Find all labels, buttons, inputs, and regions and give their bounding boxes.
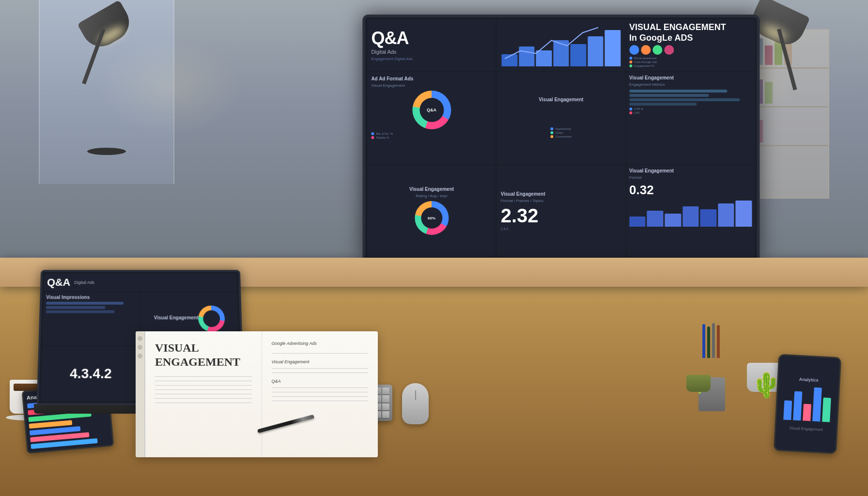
phone-bar-2 [793,391,802,420]
scene: Q&A Digital Ads Engagement Digital Ads [0,0,868,496]
notebook-lines [155,376,252,403]
key-24[interactable] [382,395,390,402]
big-number-title: Visual Engagement [501,191,621,197]
phone-legend: Visual Engagement [790,426,823,432]
pencil-brown [717,325,720,358]
phone-chart-bars [781,383,834,424]
notebook-line-5 [155,394,252,394]
notebook-right-lines: Visual Engagement Q&A [272,353,369,401]
screen-panel-qa: Q&A Digital Ads Engagement Digital Ads [367,19,496,71]
ad-donut-chart: Q&A [412,91,451,129]
screen-panel-ad-format: Ad Ad Format Ads Visual Engagement Q&A B… [367,72,496,164]
qa-subtitle: Digital Ads [371,49,492,55]
notebook-hole-1 [138,336,142,341]
notebook-line-4 [155,389,252,390]
screen-panel-visual-eng-title: VISUAL ENGAGEMENTIn GoogLe ADS Brand awa… [626,19,755,71]
pencil-gray [712,323,715,358]
mouse[interactable] [402,383,429,424]
phone-bar-3 [803,403,811,421]
screen-panel-chart [497,19,625,71]
vis-eng-list2-title: Visual Engagement [629,75,752,80]
ad-format-title: Ad Ad Format Ads [371,76,492,81]
notebook-title: VISUALENGAGEMENT [155,341,252,369]
notebook-rline-3 [272,372,369,373]
laptop-cell-title-1: Visual Impressions [46,294,138,300]
notebook-rline-1 [272,353,369,354]
notebook-line-3 [155,385,252,386]
bot-chart-number: 0.32 [629,183,654,198]
notebook-line-7 [155,403,252,403]
laptop-panel-1: Visual Impressions [42,293,140,345]
big-number-sub: 2 A 2 [501,227,621,231]
laptop-qa-subtitle: Digital Ads [74,280,94,285]
laptop-panel-3: 4.3.4.2 [41,346,140,401]
phone-bar-4 [812,387,822,421]
key-12[interactable] [382,388,390,394]
notebook-line-1 [155,376,252,377]
bot-chart-title: Visual Engagement [629,168,752,173]
notebook-rline-4 [272,388,369,388]
visual-engagement-title: VISUAL ENGAGEMENTIn GoogLe ADS [629,22,752,43]
phone-bar-1 [783,400,792,420]
vis-eng-lines2 [629,90,752,106]
vis-eng-bullets2: CTR % CPC [629,108,752,114]
bot-chart-subtitle: Format [629,175,752,180]
monitor: Q&A Digital Ads Engagement Digital Ads [362,15,760,286]
visual-icons [629,45,752,55]
icon-green [652,45,662,55]
screen-panel-vis-eng-list2: Visual Engagement Engagement Metrics CTR… [626,72,755,164]
icon-blue [629,45,639,55]
phone-device: Analytics Visual Engagement [774,354,841,454]
icon-orange [641,45,651,55]
key-48[interactable] [382,411,390,418]
laptop-donut-inner [203,310,220,327]
vis-eng-list-title: Visual Engagement [539,97,583,102]
screen-panel-vis-eng-list: Visual Engagement Impressions Clicks Con… [497,72,625,164]
donut-inner-text: Q&A [419,98,444,122]
ad-donut-wrap: Q&A [371,91,492,129]
bot-chart-content: 0.32 [629,183,752,198]
notebook-left-page: VISUALENGAGEMENT [145,331,262,457]
notebook: VISUALENGAGEMENT Google Advertising Ads … [136,331,378,457]
pencil-dark [707,326,710,358]
notebook-rline-2 [272,368,369,369]
bot-chart-bars [629,198,752,227]
laptop-big-number: 4.3.4.2 [70,366,112,382]
laptop-qa-title: Q&A [47,277,71,289]
notebook-handwriting-2: Visual Engagement [272,359,369,364]
key-36[interactable] [382,403,390,410]
notebook-rline-6 [272,396,369,397]
bot-donut-subtitle: Rating / Avg / Impr [416,194,448,198]
lamp-left-base [87,148,126,155]
phone-content: Analytics Visual Engagement [775,356,840,452]
monitor-screen: Q&A Digital Ads Engagement Digital Ads [362,15,760,262]
laptop-top-banner: Q&A Digital Ads [44,274,237,292]
qa-tagline: Engagement Digital Ads [371,57,492,61]
icon-labels: Brand awareness Click-through rate Engag… [629,57,752,67]
plant-pot-small [686,375,711,392]
laptop-lines-1 [46,302,138,313]
pencil-blue [702,324,705,358]
phone-bar-5 [822,397,831,422]
big-number-value: 2.32 [501,206,621,225]
ad-format-legend: Bal. & Fin. % Display % [371,132,492,139]
laptop-donut [198,306,225,332]
bot-donut-title: Visual Engagement [409,186,454,192]
laptop-cell-title-2: Visual Engagement [154,315,199,320]
ad-format-subtitle: Visual Engagement [371,83,492,88]
qa-title: Q&A [371,30,492,47]
icon-pink [664,45,674,55]
screen-panel-bot-donut: Visual Engagement Rating / Avg / Impr 60… [367,165,496,257]
notebook-right-page: Google Advertising Ads Visual Engagement… [262,331,378,457]
notebook-hole-3 [138,354,142,358]
plant-small: 🌱 [684,375,713,409]
screen-panel-big-number: Visual Engagement Format / Frames / Topi… [497,165,625,257]
notebook-spine [136,331,145,457]
notebook-rline-5 [272,392,369,392]
notebook-line-6 [155,398,252,399]
vis-eng-list2-subtitle: Engagement Metrics [629,82,752,87]
screen-panel-bot-chart: Visual Engagement Format 0.32 [626,165,755,257]
bot-donut-inner: 60% [421,207,442,229]
bot-donut-chart: 60% [415,201,449,235]
phone-title: Analytics [799,377,818,383]
